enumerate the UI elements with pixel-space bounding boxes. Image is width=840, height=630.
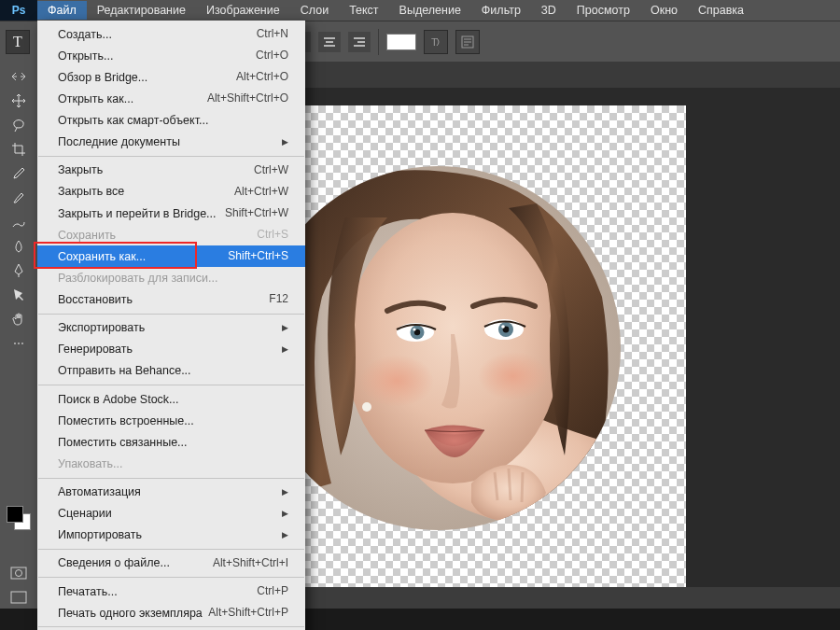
menu-3d[interactable]: 3D	[531, 1, 567, 20]
menu-item[interactable]: Генерировать	[37, 339, 305, 360]
menu-item[interactable]: Открыть как смарт-объект...	[37, 110, 305, 132]
path-select-tool-icon[interactable]	[7, 284, 31, 306]
menu-item-shortcut: Alt+Ctrl+W	[234, 184, 288, 200]
menu-справка[interactable]: Справка	[688, 1, 754, 20]
menu-фильтр[interactable]: Фильтр	[471, 1, 531, 20]
menu-текст[interactable]: Текст	[339, 1, 388, 20]
menu-item-label: Закрыть и перейти в Bridge...	[58, 205, 217, 222]
menu-item-label: Открыть...	[58, 48, 114, 64]
menu-item[interactable]: Поместить связанные...	[37, 431, 305, 453]
menu-редактирование[interactable]: Редактирование	[87, 1, 196, 20]
menu-просмотр[interactable]: Просмотр	[567, 1, 640, 20]
menu-item[interactable]: Открыть как...Alt+Shift+Ctrl+O	[37, 88, 305, 109]
paragraph-panel-button[interactable]	[455, 30, 480, 54]
menu-separator	[38, 549, 304, 550]
active-tool-indicator[interactable]: T	[6, 30, 30, 54]
menu-окно[interactable]: Окно	[640, 1, 688, 20]
menu-item-label: Поместить встроенные...	[58, 413, 194, 429]
svg-rect-6	[11, 592, 26, 603]
menu-separator	[38, 314, 304, 315]
menu-item[interactable]: Поиск в Adobe Stock...	[37, 388, 305, 410]
menu-item: Разблокировать для записи...	[37, 267, 305, 288]
menu-item-label: Генерировать	[58, 341, 133, 357]
lasso-tool-icon[interactable]	[7, 114, 31, 136]
menu-файл[interactable]: Файл	[37, 1, 87, 20]
more-tools-icon[interactable]: ⋯	[7, 332, 31, 355]
eyedropper-tool-icon[interactable]	[7, 162, 31, 185]
move-tool-icon[interactable]	[7, 90, 31, 112]
warp-text-button[interactable]: T	[424, 30, 448, 54]
foreground-color-swatch[interactable]	[7, 506, 23, 523]
menu-item-label: Восстановить	[58, 291, 133, 308]
menu-item[interactable]: Открыть...Ctrl+O	[37, 45, 305, 66]
menu-item-shortcut: Alt+Shift+Ctrl+I	[213, 555, 288, 571]
gradient-tool-icon[interactable]	[7, 211, 31, 233]
menu-item-label: Поиск в Adobe Stock...	[58, 391, 179, 408]
menu-item[interactable]: Экспортировать	[37, 317, 305, 339]
menu-item: Упаковать...	[37, 453, 305, 474]
menu-item-shortcut: Shift+Ctrl+W	[225, 205, 288, 221]
text-color-swatch[interactable]	[386, 34, 416, 50]
menu-item[interactable]: ВосстановитьF12	[37, 289, 305, 311]
menu-item-label: Упаковать...	[58, 455, 123, 472]
blur-tool-icon[interactable]	[7, 235, 31, 258]
brush-tool-icon[interactable]	[7, 187, 31, 209]
menu-item[interactable]: Сохранить как...Shift+Ctrl+S	[37, 245, 305, 267]
menu-item-shortcut: F12	[269, 291, 288, 307]
menu-item-label: Обзор в Bridge...	[58, 69, 147, 86]
menu-item[interactable]: Последние документы	[37, 132, 305, 153]
menu-изображение[interactable]: Изображение	[196, 1, 290, 20]
menu-item-shortcut: Alt+Ctrl+O	[236, 69, 288, 85]
pen-tool-icon[interactable]	[7, 259, 31, 282]
menu-item[interactable]: ЗакрытьCtrl+W	[37, 160, 305, 181]
menu-item-label: Закрыть	[58, 161, 103, 178]
menu-item-shortcut: Ctrl+O	[256, 48, 288, 63]
color-swatches[interactable]	[5, 504, 33, 532]
menu-item-label: Сведения о файле...	[58, 554, 170, 571]
menu-item-shortcut: Ctrl+P	[257, 583, 288, 599]
menu-separator	[38, 156, 304, 157]
menu-item-label: Открыть как смарт-объект...	[58, 112, 208, 129]
svg-point-9	[359, 355, 434, 407]
menu-item[interactable]: Закрыть и перейти в Bridge...Shift+Ctrl+…	[37, 203, 305, 224]
menu-separator	[38, 385, 304, 385]
menu-item-shortcut: Shift+Ctrl+S	[228, 248, 288, 264]
menu-item-label: Импортировать	[58, 526, 142, 543]
svg-rect-4	[11, 567, 26, 579]
menu-item[interactable]: Печатать...Ctrl+P	[37, 581, 305, 602]
menu-item[interactable]: Поместить встроенные...	[37, 410, 305, 431]
menu-item-label: Последние документы	[58, 133, 180, 150]
menu-item-shortcut: Alt+Shift+Ctrl+O	[207, 91, 288, 106]
arrow-dots-icon[interactable]	[7, 65, 31, 88]
menu-item[interactable]: Сценарии	[37, 503, 305, 525]
menu-item[interactable]: Импортировать	[37, 525, 305, 546]
menu-item-shortcut: Ctrl+S	[257, 227, 288, 243]
menu-item-label: Создать...	[58, 26, 112, 43]
menu-item-label: Сохранить как...	[58, 248, 146, 265]
svg-point-10	[478, 352, 549, 400]
menu-item-shortcut: Ctrl+W	[254, 162, 288, 178]
menu-item[interactable]: Обзор в Bridge...Alt+Ctrl+O	[37, 66, 305, 88]
svg-point-17	[413, 328, 415, 330]
menu-item[interactable]: Отправить на Behance...	[37, 360, 305, 382]
align-right-button[interactable]	[348, 32, 371, 52]
file-menu-dropdown: Создать...Ctrl+NОткрыть...Ctrl+OОбзор в …	[37, 21, 305, 630]
menu-item-label: Автоматизация	[58, 483, 141, 500]
menu-item[interactable]: Создать...Ctrl+N	[37, 23, 305, 45]
hand-tool-icon[interactable]	[7, 308, 31, 330]
menu-item[interactable]: Печать одного экземпляраAlt+Shift+Ctrl+P	[37, 602, 305, 623]
screenmode-icon[interactable]	[7, 586, 31, 609]
menu-item[interactable]: Закрыть всеAlt+Ctrl+W	[37, 181, 305, 203]
menu-выделение[interactable]: Выделение	[389, 1, 471, 20]
align-center-button[interactable]	[318, 32, 341, 52]
menubar: Ps ФайлРедактированиеИзображениеСлоиТекс…	[0, 0, 840, 21]
menu-слои[interactable]: Слои	[290, 1, 339, 20]
menu-item[interactable]: Автоматизация	[37, 482, 305, 503]
quickmask-icon[interactable]	[7, 562, 31, 584]
menu-item-shortcut: Ctrl+N	[257, 26, 288, 42]
menu-separator	[38, 478, 304, 479]
menu-item-label: Сохранить	[58, 227, 116, 244]
menu-item[interactable]: Сведения о файле...Alt+Shift+Ctrl+I	[37, 553, 305, 574]
crop-tool-icon[interactable]	[7, 138, 31, 161]
svg-point-5	[16, 570, 22, 577]
